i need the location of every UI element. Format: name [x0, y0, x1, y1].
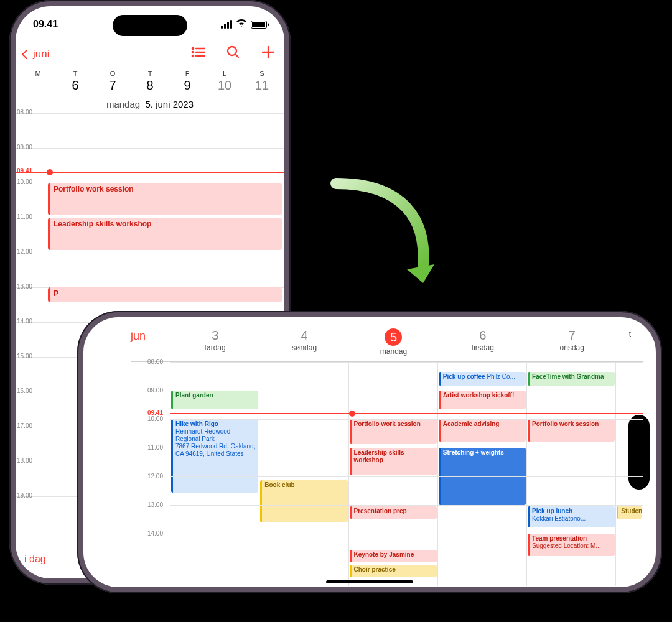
col-sat: Plant gardenHike with RigoReinhardt Redw…	[170, 362, 259, 586]
event[interactable]: Leadership skills workshop	[48, 218, 282, 250]
day-columns[interactable]: Plant gardenHike with RigoReinhardt Redw…	[170, 362, 643, 586]
search-icon[interactable]	[226, 45, 241, 60]
col-tue: Pick up coffee Philz Co...Artist worksho…	[438, 362, 527, 586]
event[interactable]: Portfolio work session	[350, 419, 437, 444]
time-column: 08.0009.0010.0011.0012.0013.0014.0009.41	[131, 362, 170, 586]
weekday-row: MTOTFLS	[16, 65, 284, 78]
iphone-landscape: jun 3lørdag 4søndag 5mandag 6tirsdag 7on…	[77, 311, 662, 593]
day-select[interactable]: 6	[57, 78, 94, 93]
event[interactable]: Plant garden	[171, 391, 258, 409]
calendar-nav: juni	[16, 40, 284, 65]
wifi-icon	[236, 19, 247, 30]
status-time: 09.41	[33, 19, 58, 30]
event[interactable]: Academic advising	[439, 419, 526, 442]
day-select[interactable]: 8	[131, 78, 169, 93]
event[interactable]: Student	[617, 506, 642, 519]
today-button[interactable]: i dag	[24, 554, 46, 565]
week-header: jun 3lørdag 4søndag 5mandag 6tirsdag 7on…	[131, 328, 643, 362]
status-icons	[221, 19, 267, 30]
day-col-head[interactable]: 3lørdag	[170, 328, 259, 352]
svg-line-7	[235, 54, 238, 57]
col-wed: FaceTime with GrandmaPortfolio work sess…	[527, 362, 616, 586]
week-view: jun 3lørdag 4søndag 5mandag 6tirsdag 7on…	[131, 328, 643, 581]
day-select[interactable]: 11	[243, 78, 281, 93]
event[interactable]: Artist workshop kickoff!	[439, 391, 526, 409]
month-label[interactable]: jun	[131, 328, 170, 343]
day-col-head[interactable]: 4søndag	[259, 328, 348, 352]
day-col-head[interactable]: 5mandag	[349, 328, 438, 356]
event[interactable]: Choir practice	[350, 565, 437, 577]
signal-icon	[221, 20, 232, 29]
event[interactable]: Pick up lunchKokkari Estiatorio...	[528, 506, 615, 527]
add-icon[interactable]	[261, 45, 276, 60]
day-col-head[interactable]: t	[617, 328, 643, 338]
screen-landscape: jun 3lørdag 4søndag 5mandag 6tirsdag 7on…	[83, 317, 656, 587]
event[interactable]: Pick up coffee Philz Co...	[439, 372, 526, 386]
event[interactable]: FaceTime with Grandma	[528, 372, 615, 386]
day-select[interactable]: 7	[94, 78, 131, 93]
event[interactable]: P	[48, 287, 282, 302]
event[interactable]: Keynote by Jasmine	[350, 550, 437, 562]
day-select[interactable]: 10	[206, 78, 243, 93]
event[interactable]: Leadership skills workshop	[350, 448, 437, 475]
date-heading: mandag 5. juni 2023	[16, 95, 284, 113]
event[interactable]: Portfolio work session	[528, 419, 615, 442]
event[interactable]: Portfolio work session	[48, 183, 282, 215]
event[interactable]: Hike with RigoReinhardt Redwood Regional…	[171, 419, 258, 493]
daynum-row: 5 6 7 8 9 10 11	[16, 78, 284, 95]
rotate-arrow	[317, 177, 442, 295]
list-icon[interactable]	[191, 45, 206, 60]
home-indicator[interactable]	[326, 580, 413, 583]
svg-point-4	[192, 52, 194, 53]
event[interactable]: Presentation prep	[350, 506, 437, 519]
dynamic-island	[113, 15, 187, 36]
day-col-head[interactable]: 7onsdag	[528, 328, 617, 352]
svg-point-3	[192, 48, 194, 49]
col-thu: Student	[616, 362, 643, 586]
event[interactable]: Team presentationSuggested Location: M..…	[528, 534, 615, 556]
back-button[interactable]: juni	[23, 48, 49, 60]
col-mon: Portfolio work sessionLeadership skills …	[349, 362, 438, 586]
day-col-head[interactable]: 6tirsdag	[438, 328, 527, 352]
day-select[interactable]: 5	[19, 78, 57, 93]
svg-point-5	[192, 55, 194, 57]
event[interactable]: Book club	[260, 480, 347, 522]
day-select[interactable]: 9	[169, 78, 206, 93]
battery-icon	[251, 21, 267, 29]
back-label: juni	[33, 48, 49, 60]
chevron-left-icon	[22, 49, 32, 59]
col-sun: Book club	[259, 362, 348, 586]
